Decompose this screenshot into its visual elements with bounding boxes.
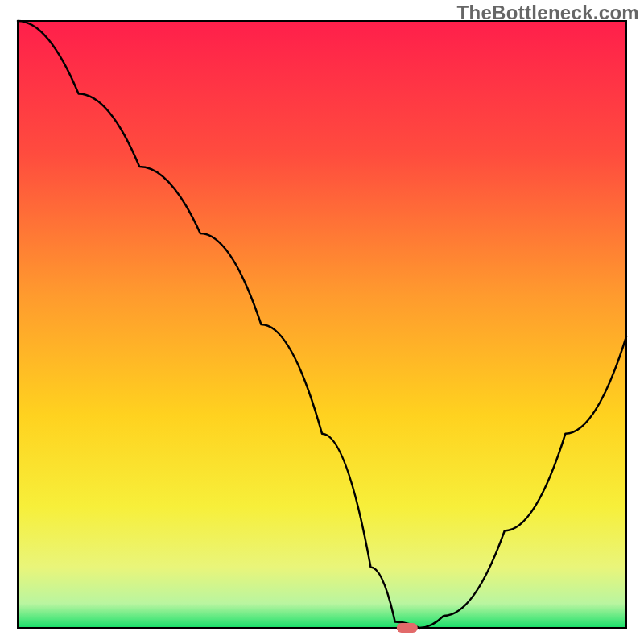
chart-frame: TheBottleneck.com — [0, 0, 644, 644]
bottleneck-chart — [0, 0, 644, 644]
min-marker — [397, 623, 418, 633]
watermark-label: TheBottleneck.com — [457, 2, 639, 24]
